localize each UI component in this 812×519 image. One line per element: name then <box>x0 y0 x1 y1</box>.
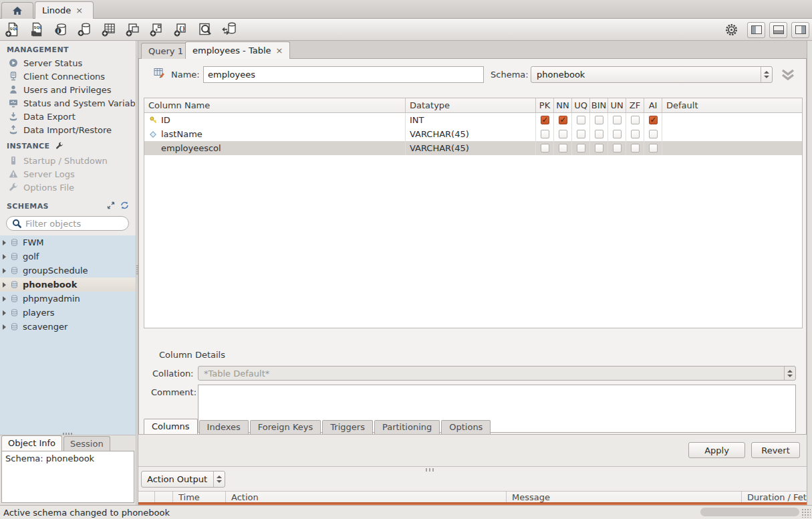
inspect-database-button[interactable]: i <box>52 21 70 38</box>
panel-resize-grip[interactable] <box>63 433 74 435</box>
checkbox-bin[interactable] <box>595 116 603 124</box>
horizontal-scrollbar[interactable] <box>700 508 799 516</box>
checkbox-zf[interactable] <box>631 116 640 124</box>
checkbox-ai[interactable] <box>649 144 658 152</box>
output-header-duration[interactable]: Duration / Fetch <box>742 492 807 502</box>
sidebar-item-data-export[interactable]: Data Export <box>8 110 135 123</box>
reconnect-dbms-button[interactable] <box>221 21 238 38</box>
expand-arrow-icon[interactable] <box>3 268 6 274</box>
column-row-lastname[interactable]: lastName VARCHAR(45) <box>144 127 802 141</box>
schema-item-scavenger[interactable]: scavenger <box>0 320 136 334</box>
expand-arrow-icon[interactable] <box>3 324 6 330</box>
expand-arrow-icon[interactable] <box>3 282 6 288</box>
sidebar-item-startup-shutdown[interactable]: Startup / Shutdown <box>8 154 135 167</box>
apply-button[interactable]: Apply <box>688 442 745 458</box>
toggle-left-panel-button[interactable] <box>747 22 765 38</box>
schema-item-golf[interactable]: golf <box>0 249 136 264</box>
checkbox-un[interactable] <box>613 144 622 152</box>
header-bin[interactable]: BIN <box>590 98 608 112</box>
header-datatype[interactable]: Datatype <box>406 98 536 112</box>
checkbox-bin[interactable] <box>595 130 603 138</box>
close-icon[interactable]: × <box>76 5 83 15</box>
tab-session[interactable]: Session <box>63 436 110 451</box>
table-name-input[interactable] <box>203 66 484 83</box>
refresh-schemas-icon[interactable] <box>120 201 129 209</box>
schema-select[interactable]: phonebook <box>531 66 773 83</box>
sidebar-item-system-variables[interactable]: Status and System Variables <box>8 96 135 110</box>
checkbox-zf[interactable] <box>631 144 640 152</box>
expand-arrow-icon[interactable] <box>3 240 6 245</box>
subtab-options[interactable]: Options <box>441 420 491 434</box>
toggle-right-panel-button[interactable] <box>791 22 809 38</box>
expand-schemas-icon[interactable] <box>107 201 115 209</box>
search-table-data-button[interactable] <box>196 21 214 38</box>
subtab-indexes[interactable]: Indexes <box>199 420 249 434</box>
checkbox-pk[interactable] <box>541 144 549 152</box>
sidebar-item-options-file[interactable]: Options File <box>8 181 135 194</box>
checkbox-ai[interactable] <box>649 130 658 138</box>
sidebar-item-users-privileges[interactable]: Users and Privileges <box>8 83 135 96</box>
collation-select[interactable]: *Table Default* <box>198 366 796 381</box>
schema-item-phonebook[interactable]: phonebook <box>0 278 136 292</box>
header-pk[interactable]: PK <box>536 98 554 112</box>
subtab-triggers[interactable]: Triggers <box>322 420 373 434</box>
schema-item-fwm[interactable]: FWM <box>0 235 136 249</box>
sidebar-item-data-import[interactable]: Data Import/Restore <box>8 123 135 136</box>
close-icon[interactable]: × <box>276 45 283 56</box>
header-zf[interactable]: ZF <box>626 98 644 112</box>
output-selector[interactable]: Action Output <box>141 471 225 488</box>
sidebar-item-server-logs[interactable]: Server Logs <box>8 167 135 181</box>
create-schema-button[interactable] <box>76 21 94 38</box>
checkbox-un[interactable] <box>613 130 622 138</box>
gear-badge-icon[interactable] <box>725 23 738 36</box>
sidebar-item-server-status[interactable]: Server Status <box>8 56 135 70</box>
subtab-columns[interactable]: Columns <box>144 419 198 434</box>
create-table-button[interactable] <box>100 21 118 38</box>
output-header-time[interactable]: Time <box>173 492 226 502</box>
create-view-button[interactable] <box>124 21 142 38</box>
expand-arrow-icon[interactable] <box>3 254 6 260</box>
column-row-employeescol[interactable]: employeescol VARCHAR(45) <box>144 141 802 155</box>
create-function-button[interactable]: {) <box>172 21 190 38</box>
subtab-foreign-keys[interactable]: Foreign Keys <box>250 420 321 434</box>
connection-tab[interactable]: Linode × <box>35 1 94 19</box>
stepper-icon[interactable] <box>213 472 225 487</box>
toggle-bottom-panel-button[interactable] <box>769 22 787 38</box>
checkbox-pk[interactable] <box>541 116 549 124</box>
column-row-id[interactable]: ID INT <box>144 113 802 127</box>
header-uq[interactable]: UQ <box>572 98 590 112</box>
checkbox-uq[interactable] <box>577 130 585 138</box>
checkbox-uq[interactable] <box>577 116 585 124</box>
header-un[interactable]: UN <box>608 98 626 112</box>
checkbox-ai[interactable] <box>649 116 658 124</box>
header-default[interactable]: Default <box>662 98 802 112</box>
checkbox-pk[interactable] <box>541 130 549 138</box>
new-sql-tab-button[interactable]: SQL <box>4 21 21 38</box>
schema-filter-input[interactable] <box>25 219 112 229</box>
checkbox-zf[interactable] <box>631 130 640 138</box>
home-tab[interactable] <box>1 2 33 19</box>
checkbox-nn[interactable] <box>559 116 567 124</box>
stepper-icon[interactable] <box>784 367 795 380</box>
subtab-partitioning[interactable]: Partitioning <box>374 420 440 434</box>
checkbox-nn[interactable] <box>559 144 567 152</box>
expand-arrow-icon[interactable] <box>3 310 6 316</box>
tab-employees-table[interactable]: employees - Table × <box>185 41 290 59</box>
output-resize-grip[interactable] <box>426 468 435 472</box>
sidebar-item-client-connections[interactable]: Client Connections <box>8 70 135 83</box>
output-header-action[interactable]: Action <box>226 492 507 502</box>
stepper-icon[interactable] <box>761 67 772 82</box>
window-resize-grip[interactable] <box>801 508 811 518</box>
checkbox-bin[interactable] <box>595 144 603 152</box>
expand-header-chevron-icon[interactable] <box>779 68 797 82</box>
tab-object-info[interactable]: Object Info <box>1 435 62 451</box>
open-sql-script-button[interactable]: SQL <box>28 21 45 38</box>
checkbox-nn[interactable] <box>559 130 567 138</box>
checkbox-un[interactable] <box>613 116 622 124</box>
schema-item-groupschedule[interactable]: groupSchedule <box>0 264 136 278</box>
header-column-name[interactable]: Column Name <box>144 98 406 112</box>
header-ai[interactable]: AI <box>644 98 662 112</box>
schema-item-phpmyadmin[interactable]: phpmyadmin <box>0 292 136 306</box>
checkbox-uq[interactable] <box>577 144 585 152</box>
expand-arrow-icon[interactable] <box>3 296 6 302</box>
